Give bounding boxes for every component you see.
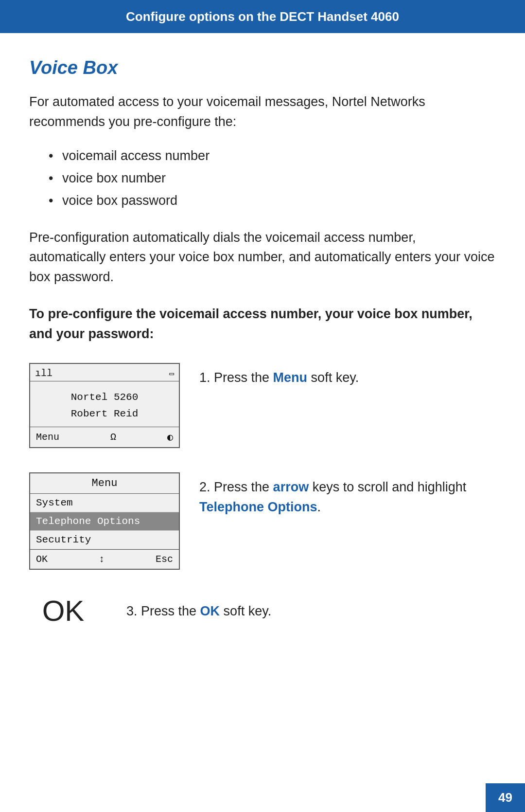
step-3-text-before: Press the — [141, 604, 200, 618]
screen-softkeys-1: Menu Ω ◐ — [30, 427, 179, 447]
signal-icon: ıll — [35, 368, 52, 379]
page-number: 49 — [486, 783, 525, 812]
phone-screen-2: Menu System Telephone Options Secutrity … — [29, 472, 180, 570]
step-2-row: Menu System Telephone Options Secutrity … — [29, 472, 496, 570]
menu-bottom-bar: OK ↕ Esc — [30, 549, 179, 569]
step-2-text-after: . — [317, 500, 321, 514]
step-1-text: 1. Press the Menu soft key. — [199, 363, 359, 388]
header-title: Configure options on the DECT Handset 40… — [126, 9, 399, 24]
screen-main: Nortel 5260 Robert Reid — [30, 381, 179, 427]
softkey-right-1: ◐ — [167, 431, 173, 443]
softkey-mid-1: Ω — [110, 432, 116, 443]
step-1-row: ıll ▭ Nortel 5260 Robert Reid Menu Ω ◐ 1… — [29, 363, 496, 448]
step-2-number: 2. — [199, 480, 210, 494]
section-title: Voice Box — [29, 57, 496, 78]
step-3-number: 3. — [126, 604, 138, 618]
step-2-text-middle: keys to scroll and highlight — [309, 480, 466, 494]
step-1-text-after: soft key. — [307, 370, 359, 385]
softkey-left-1: Menu — [36, 432, 59, 443]
screen-top-bar: ıll ▭ — [30, 364, 179, 381]
step-3-text-after: soft key. — [220, 604, 271, 618]
menu-softkey-right: Esc — [156, 554, 173, 565]
instruction-heading: To pre-configure the voicemail access nu… — [29, 304, 496, 343]
step-2-highlight: arrow — [273, 480, 309, 494]
step-1-text-before: Press the — [214, 370, 273, 385]
step-2-text: 2. Press the arrow keys to scroll and hi… — [199, 472, 496, 517]
menu-softkey-mid: ↕ — [99, 554, 105, 565]
list-item: voice box password — [49, 190, 496, 212]
menu-item-security: Secutrity — [30, 531, 179, 549]
menu-title-bar: Menu — [30, 473, 179, 494]
list-item: voicemail access number — [49, 145, 496, 167]
screen-line-2: Robert Reid — [35, 406, 174, 422]
screen-line-1: Nortel 5260 — [35, 389, 174, 406]
battery-icon: ▭ — [169, 369, 174, 379]
pre-config-text: Pre-configuration automatically dials th… — [29, 228, 496, 287]
step-3-row: OK 3. Press the OK soft key. — [29, 594, 496, 628]
step-1-number: 1. — [199, 370, 210, 385]
menu-item-system: System — [30, 494, 179, 512]
menu-item-telephone-options: Telephone Options — [30, 512, 179, 531]
step-3-highlight: OK — [200, 604, 220, 618]
ok-label: OK — [29, 594, 97, 628]
step-1-highlight: Menu — [273, 370, 308, 385]
bullet-list: voicemail access number voice box number… — [49, 145, 496, 212]
step-2-text-before: Press the — [214, 480, 273, 494]
header-bar: Configure options on the DECT Handset 40… — [0, 0, 525, 33]
intro-text: For automated access to your voicemail m… — [29, 92, 496, 131]
menu-softkey-left: OK — [36, 554, 48, 565]
phone-screen-1: ıll ▭ Nortel 5260 Robert Reid Menu Ω ◐ — [29, 363, 180, 448]
list-item: voice box number — [49, 167, 496, 190]
step-2-highlight2: Telephone Options — [199, 500, 317, 514]
step-3-text: 3. Press the OK soft key. — [126, 601, 271, 621]
page-content: Voice Box For automated access to your v… — [0, 33, 525, 686]
